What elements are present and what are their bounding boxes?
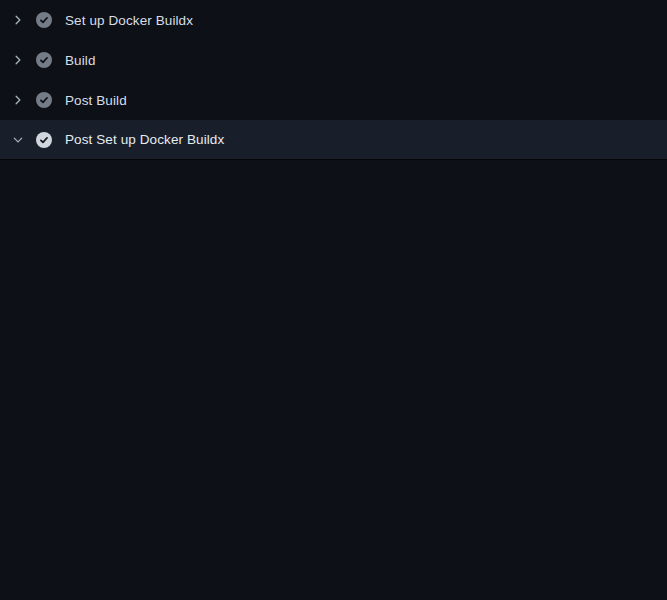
log-line: 4 time="2021-04-23T18:02:37Z" level=info… bbox=[0, 230, 667, 250]
chevron-down-icon bbox=[12, 134, 24, 146]
log-line: 13 time="2021-04-23T18:02:38Z" level=deb… bbox=[0, 430, 667, 450]
log-line: 18 time="2021-04-23T18:02:38Z" level=deb… bbox=[0, 530, 667, 550]
steps-list: Set up Docker Buildx Build Post Build Po… bbox=[0, 0, 667, 160]
log-viewer: 1 Post job cleanup. 2 ▼ BuildKit contain… bbox=[0, 160, 667, 600]
log-line-wrapped: linux/riscv64 linux/ppc64le linux/s390x … bbox=[0, 290, 667, 310]
log-line: 8 time="2021-04-23T18:02:37Z" level=info… bbox=[0, 330, 667, 350]
step-label: Post Set up Docker Buildx bbox=[65, 132, 224, 147]
log-line: 12 time="2021-04-23T18:02:38Z" level=deb… bbox=[0, 410, 667, 430]
log-line: 10 time="2021-04-23T18:02:37Z" level=inf… bbox=[0, 370, 667, 390]
log-line: 3 /usr/bin/docker logs buildx_buildkit_b… bbox=[0, 210, 667, 230]
chevron-right-icon bbox=[12, 54, 24, 66]
log-line: 16 time="2021-04-23T18:02:38Z" level=deb… bbox=[0, 490, 667, 510]
check-circle-icon bbox=[36, 132, 52, 148]
chevron-right-icon bbox=[12, 14, 24, 26]
log-line: 7 time="2021-04-23T18:02:37Z" level=warn… bbox=[0, 310, 667, 330]
log-line: 9 time="2021-04-23T18:02:37Z" level=warn… bbox=[0, 350, 667, 370]
check-circle-icon bbox=[36, 12, 52, 28]
step-label: Set up Docker Buildx bbox=[65, 13, 193, 28]
log-line: 5 time="2021-04-23T18:02:37Z" level=warn… bbox=[0, 250, 667, 270]
step-row-build[interactable]: Build bbox=[0, 40, 667, 80]
log-line: 19 time="2021-04-23T18:02:38Z" level=deb… bbox=[0, 550, 667, 570]
step-row-set-up-docker-buildx[interactable]: Set up Docker Buildx bbox=[0, 0, 667, 40]
chevron-right-icon bbox=[12, 94, 24, 106]
step-row-post-build[interactable]: Post Build bbox=[0, 80, 667, 120]
step-label: Post Build bbox=[65, 93, 127, 108]
log-line: 1 Post job cleanup. bbox=[0, 170, 667, 190]
log-line: 20 time="2021-04-23T18:02:38Z" level=deb… bbox=[0, 590, 667, 600]
check-circle-icon bbox=[36, 92, 52, 108]
log-line: 2 ▼ BuildKit container logs bbox=[0, 190, 667, 210]
log-line-wrapped: application/vnd.oci.image.index.v1+json,… bbox=[0, 570, 667, 590]
step-row-post-set-up-docker-buildx[interactable]: Post Set up Docker Buildx bbox=[0, 120, 667, 160]
log-line: 15 time="2021-04-23T18:02:38Z" level=deb… bbox=[0, 470, 667, 490]
log-line: 14 time="2021-04-23T18:02:38Z" level=deb… bbox=[0, 450, 667, 470]
log-line: 17 time="2021-04-23T18:02:38Z" level=deb… bbox=[0, 510, 667, 530]
log-line: 6 time="2021-04-23T18:02:37Z" level=info… bbox=[0, 270, 667, 290]
step-label: Build bbox=[65, 53, 96, 68]
check-circle-icon bbox=[36, 52, 52, 68]
log-line: 11 time="2021-04-23T18:02:38Z" level=deb… bbox=[0, 390, 667, 410]
